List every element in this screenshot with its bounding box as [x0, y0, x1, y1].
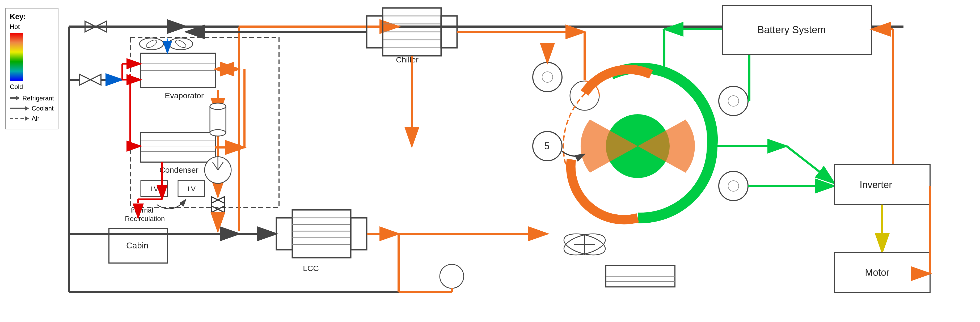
chiller: Chiller [367, 8, 457, 64]
svg-point-99 [533, 62, 562, 92]
motor-box: Motor [834, 252, 930, 292]
svg-rect-63 [210, 106, 226, 133]
diagram-container: Key: Hot Cold Refrigerant Coolant Air [0, 0, 980, 322]
lv-box-2: LV [178, 181, 205, 197]
pump-right-bottom [719, 171, 748, 201]
lcc: LCC [276, 210, 367, 273]
valve-left [75, 21, 117, 32]
svg-point-65 [210, 130, 226, 136]
pump-left-top [533, 62, 562, 92]
svg-text:Inverter: Inverter [860, 179, 892, 190]
condenser-label: Condenser [159, 165, 199, 174]
pump-bottom [440, 264, 464, 288]
valve-mid-left [69, 75, 122, 85]
svg-text:5: 5 [544, 141, 549, 151]
expansion-valve [211, 197, 224, 213]
svg-point-137 [440, 264, 464, 288]
svg-rect-70 [367, 16, 383, 48]
condenser: Condenser [141, 133, 215, 174]
accumulator-top [210, 103, 226, 136]
svg-text:Recirculation: Recirculation [125, 215, 165, 223]
svg-text:LV: LV [150, 185, 159, 193]
svg-marker-20 [90, 75, 101, 85]
svg-rect-77 [441, 16, 457, 48]
internal-recirculation-label: Internal [130, 206, 153, 214]
svg-text:LV: LV [188, 185, 196, 193]
battery-system-box: Battery System [723, 5, 872, 54]
svg-line-113 [787, 146, 834, 183]
evaporator-label: Evaporator [165, 91, 204, 100]
svg-marker-59 [211, 197, 224, 213]
svg-rect-80 [292, 210, 351, 258]
svg-text:Cabin: Cabin [126, 241, 148, 250]
svg-point-28 [140, 38, 164, 50]
svg-point-102 [719, 86, 748, 116]
svg-rect-86 [351, 218, 367, 250]
svg-marker-60 [211, 197, 224, 213]
svg-text:Motor: Motor [865, 267, 889, 278]
bottom-fan [562, 230, 608, 259]
svg-point-104 [719, 171, 748, 201]
svg-point-29 [145, 38, 158, 49]
main-motor [571, 68, 713, 220]
evaporator: Evaporator [141, 53, 215, 100]
number-5-circle: 5 [533, 132, 562, 161]
svg-point-64 [210, 103, 226, 109]
svg-marker-19 [80, 75, 90, 85]
evaporator-fan [140, 38, 192, 53]
pump-right-top [719, 86, 748, 116]
svg-rect-79 [276, 218, 292, 250]
svg-text:Chiller: Chiller [396, 55, 418, 64]
svg-point-31 [174, 38, 187, 49]
svg-rect-33 [141, 133, 215, 162]
svg-point-30 [169, 38, 192, 50]
bottom-motor [606, 266, 675, 287]
compressor [205, 157, 231, 183]
lv-box-1: LV [141, 181, 167, 197]
diagram-svg: Evaporator Condenser LV LV [0, 0, 980, 322]
inverter-box: Inverter [834, 165, 930, 205]
svg-text:LCC: LCC [303, 264, 319, 273]
svg-text:Battery System: Battery System [757, 24, 826, 35]
